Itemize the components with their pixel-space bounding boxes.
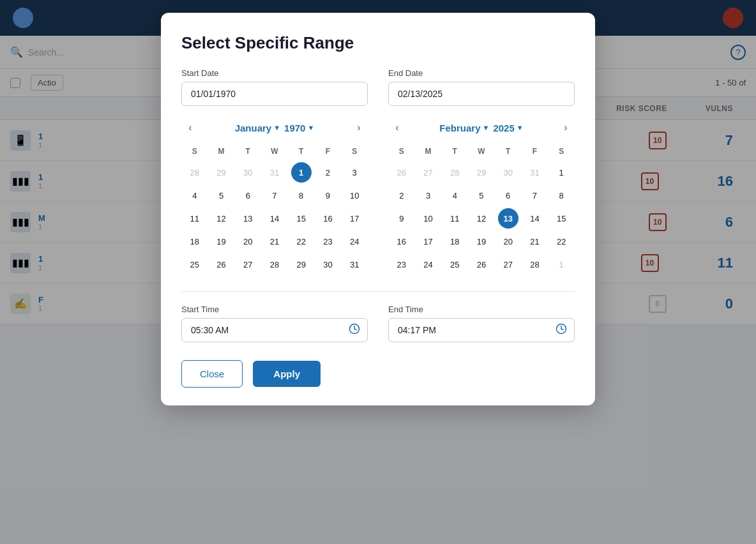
left-day-15[interactable]: 15 (291, 208, 312, 229)
right-day-10[interactable]: 10 (418, 208, 439, 229)
left-day-23[interactable]: 23 (317, 231, 338, 252)
month-chevron-icon: ▼ (273, 124, 280, 132)
left-day-28[interactable]: 28 (185, 162, 205, 183)
modal-title: Select Specific Range (181, 33, 575, 53)
left-day-20[interactable]: 20 (238, 231, 258, 252)
left-day-3[interactable]: 3 (344, 162, 365, 183)
left-day-12[interactable]: 12 (211, 208, 232, 229)
left-day-31[interactable]: 31 (264, 162, 285, 183)
right-day-21[interactable]: 21 (524, 231, 545, 252)
start-time-input-wrap (181, 318, 368, 342)
left-day-31b[interactable]: 31 (344, 254, 365, 275)
right-day-27b[interactable]: 27 (498, 254, 518, 275)
right-day-11[interactable]: 11 (444, 208, 465, 229)
left-day-5[interactable]: 5 (211, 185, 232, 206)
left-day-30b[interactable]: 30 (317, 254, 338, 275)
left-day-9[interactable]: 9 (317, 185, 338, 206)
left-cal-prev[interactable]: ‹ (181, 119, 199, 137)
left-day-29b[interactable]: 29 (291, 254, 312, 275)
right-day-12[interactable]: 12 (471, 208, 492, 229)
right-cal-grid: S M T W T F S 26 27 28 29 30 (388, 144, 575, 276)
rdow-s: S (388, 144, 415, 158)
right-day-27[interactable]: 27 (418, 162, 439, 183)
right-cal-week-1: 26 27 28 29 30 31 1 (388, 161, 575, 184)
left-day-25[interactable]: 25 (185, 254, 205, 275)
start-time-input[interactable] (181, 318, 368, 342)
right-day-14[interactable]: 14 (524, 208, 545, 229)
left-day-17[interactable]: 17 (344, 208, 365, 229)
left-day-14[interactable]: 14 (264, 208, 285, 229)
left-day-29[interactable]: 29 (211, 162, 232, 183)
right-day-4[interactable]: 4 (444, 185, 465, 206)
right-day-7[interactable]: 7 (524, 185, 545, 206)
right-cal-next[interactable]: › (557, 119, 575, 137)
close-button[interactable]: Close (181, 360, 243, 388)
right-day-2[interactable]: 2 (391, 185, 412, 206)
left-cal-week-1: 28 29 30 31 1 2 3 (181, 161, 368, 184)
right-day-25[interactable]: 25 (444, 254, 465, 275)
right-cal-week-2: 2 3 4 5 6 7 8 (388, 184, 575, 207)
left-day-11[interactable]: 11 (185, 208, 205, 229)
left-day-26[interactable]: 26 (211, 254, 232, 275)
right-day-16[interactable]: 16 (391, 231, 412, 252)
left-day-7[interactable]: 7 (264, 185, 285, 206)
right-day-8[interactable]: 8 (551, 185, 571, 206)
dow-t: T (234, 144, 261, 158)
left-day-21[interactable]: 21 (264, 231, 285, 252)
left-day-22[interactable]: 22 (291, 231, 312, 252)
left-cal-next[interactable]: › (350, 119, 368, 137)
right-cal-prev[interactable]: ‹ (388, 119, 406, 137)
start-time-field: Start Time (181, 305, 368, 342)
right-cal-header: ‹ February ▼ 2025 ▼ › (388, 119, 575, 137)
start-date-input[interactable] (181, 82, 368, 106)
left-day-24[interactable]: 24 (344, 231, 365, 252)
left-day-28b[interactable]: 28 (264, 254, 285, 275)
right-day-5[interactable]: 5 (471, 185, 492, 206)
right-day-26b[interactable]: 26 (471, 254, 492, 275)
right-day-29[interactable]: 29 (471, 162, 492, 183)
rdow-w: W (468, 144, 495, 158)
date-inputs-row: Start Date End Date (181, 68, 575, 106)
left-day-18[interactable]: 18 (185, 231, 205, 252)
left-day-13[interactable]: 13 (238, 208, 258, 229)
left-day-4[interactable]: 4 (185, 185, 205, 206)
left-cal-month-button[interactable]: January ▼ (235, 123, 280, 133)
end-time-input[interactable] (388, 318, 575, 342)
right-day-22[interactable]: 22 (551, 231, 571, 252)
right-day-1[interactable]: 1 (551, 162, 571, 183)
right-day-24[interactable]: 24 (418, 254, 439, 275)
right-day-31[interactable]: 31 (524, 162, 545, 183)
start-date-field: Start Date (181, 68, 368, 106)
left-day-6[interactable]: 6 (238, 185, 258, 206)
left-day-10[interactable]: 10 (344, 185, 365, 206)
right-day-28b[interactable]: 28 (524, 254, 545, 275)
left-day-2[interactable]: 2 (317, 162, 338, 183)
right-day-13[interactable]: 13 (498, 208, 518, 229)
right-day-23[interactable]: 23 (391, 254, 412, 275)
right-cal-month-button[interactable]: February ▼ (439, 123, 489, 133)
left-day-30[interactable]: 30 (238, 162, 258, 183)
right-day-20[interactable]: 20 (498, 231, 518, 252)
left-cal-year-button[interactable]: 1970 ▼ (284, 123, 314, 133)
right-day-9[interactable]: 9 (391, 208, 412, 229)
left-day-19[interactable]: 19 (211, 231, 232, 252)
right-day-26[interactable]: 26 (391, 162, 412, 183)
right-day-15[interactable]: 15 (551, 208, 571, 229)
left-day-8[interactable]: 8 (291, 185, 312, 206)
right-day-18[interactable]: 18 (444, 231, 465, 252)
right-month-chevron-icon: ▼ (483, 124, 490, 132)
apply-button[interactable]: Apply (253, 361, 321, 387)
dow-s2: S (341, 144, 368, 158)
right-day-3[interactable]: 3 (418, 185, 439, 206)
right-day-30[interactable]: 30 (498, 162, 518, 183)
right-cal-year-button[interactable]: 2025 ▼ (493, 123, 523, 133)
left-day-27[interactable]: 27 (238, 254, 258, 275)
left-day-16[interactable]: 16 (317, 208, 338, 229)
right-day-17[interactable]: 17 (418, 231, 439, 252)
right-day-28[interactable]: 28 (444, 162, 465, 183)
right-day-1b[interactable]: 1 (551, 254, 571, 275)
right-day-19[interactable]: 19 (471, 231, 492, 252)
end-date-input[interactable] (388, 82, 575, 106)
right-day-6[interactable]: 6 (498, 185, 518, 206)
left-day-1[interactable]: 1 (291, 162, 312, 183)
